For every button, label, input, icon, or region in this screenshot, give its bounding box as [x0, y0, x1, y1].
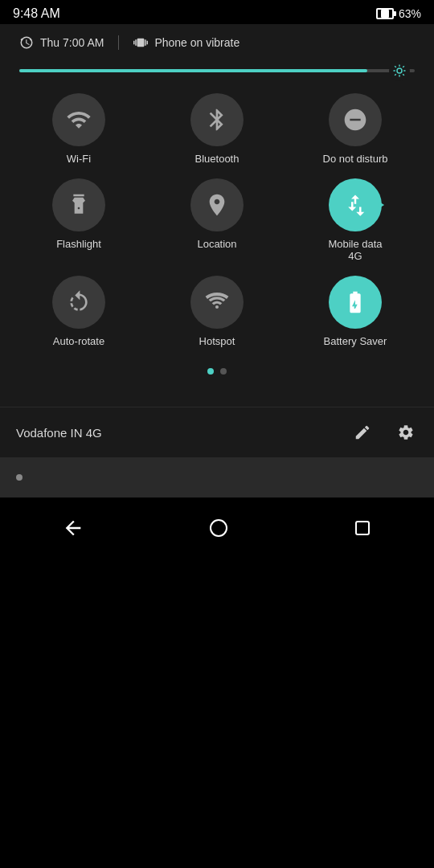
- tile-icon-wifi: [52, 93, 105, 146]
- tile-label-auto-rotate: Auto-rotate: [53, 335, 104, 348]
- vibrate-icon: [133, 35, 148, 50]
- tile-icon-flashlight: [52, 178, 105, 231]
- tile-auto-rotate[interactable]: Auto-rotate: [16, 276, 141, 348]
- vibrate-label: Phone on vibrate: [154, 36, 240, 49]
- battery-percent: 63%: [399, 7, 421, 20]
- tile-icon-hotspot: [190, 276, 244, 329]
- alarm-section[interactable]: Thu 7:00 AM: [19, 35, 104, 50]
- tile-label-dnd: Do not disturb: [323, 153, 388, 166]
- svg-point-0: [397, 68, 402, 73]
- brightness-thumb: [389, 60, 410, 81]
- tile-wifi[interactable]: Wi-Fi: [16, 93, 141, 166]
- tile-icon-mobile-data: [329, 178, 382, 231]
- page-dot-2[interactable]: [220, 368, 227, 375]
- status-bar: 9:48 AM 63%: [0, 0, 434, 24]
- settings-button[interactable]: [394, 420, 418, 444]
- tile-label-mobile-data: Mobile data 4G: [328, 238, 382, 263]
- notification-area[interactable]: [0, 457, 434, 497]
- page-dot-1[interactable]: [207, 368, 214, 375]
- svg-line-7: [403, 66, 404, 68]
- hotspot-icon-v2: [204, 289, 230, 315]
- alarm-time: Thu 7:00 AM: [40, 36, 104, 49]
- tile-label-bluetooth: Bluetooth: [195, 153, 240, 166]
- bottom-bar: Vodafone IN 4G: [0, 407, 434, 457]
- home-button[interactable]: [209, 518, 228, 538]
- dnd-icon: [342, 107, 368, 133]
- tile-dnd[interactable]: Do not disturb: [293, 93, 418, 166]
- brightness-fill: [19, 69, 367, 72]
- page-dots: [16, 355, 418, 391]
- vibrate-section[interactable]: Phone on vibrate: [133, 35, 240, 50]
- notification-dot: [16, 474, 23, 481]
- nav-bar: [0, 497, 434, 555]
- tile-mobile-data[interactable]: Mobile data 4G: [293, 178, 418, 263]
- battery-icon: [376, 8, 394, 19]
- location-icon: [204, 192, 230, 218]
- status-right: 63%: [376, 7, 421, 20]
- brightness-track: [19, 69, 415, 72]
- tile-flashlight[interactable]: Flashlight: [16, 178, 141, 263]
- recents-button[interactable]: [353, 518, 372, 538]
- recents-icon: [353, 518, 372, 538]
- qs-top-bar: Thu 7:00 AM Phone on vibrate: [16, 24, 418, 58]
- tile-icon-dnd: [329, 93, 382, 146]
- tile-label-flashlight: Flashlight: [56, 238, 101, 251]
- back-icon: [62, 517, 84, 539]
- wifi-icon: [66, 107, 92, 133]
- quick-settings-panel: Thu 7:00 AM Phone on vibrate: [0, 24, 434, 407]
- tile-label-wifi: Wi-Fi: [67, 153, 91, 166]
- separator: [118, 35, 119, 50]
- brightness-row[interactable]: [16, 58, 418, 93]
- mobile-data-arrows: [343, 193, 367, 217]
- brightness-slider[interactable]: [19, 63, 415, 79]
- network-label: Vodafone IN 4G: [16, 426, 102, 440]
- edit-icon: [354, 424, 371, 441]
- home-icon: [209, 518, 228, 538]
- svg-line-6: [403, 74, 404, 76]
- tile-icon-auto-rotate: [52, 276, 105, 329]
- flashlight-icon: [66, 192, 92, 218]
- tile-bluetooth[interactable]: Bluetooth: [154, 93, 280, 166]
- tile-icon-location: [190, 178, 244, 231]
- tile-label-location: Location: [197, 238, 236, 251]
- tile-location[interactable]: Location: [154, 178, 280, 263]
- svg-line-5: [395, 66, 396, 68]
- sun-icon: [392, 63, 407, 78]
- tile-hotspot[interactable]: Hotspot: [154, 276, 280, 348]
- edit-button[interactable]: [350, 420, 375, 444]
- qs-grid: Wi-Fi Bluetooth Do not disturb: [16, 93, 418, 355]
- tile-label-battery-saver: Battery Saver: [324, 335, 387, 348]
- tile-label-hotspot: Hotspot: [199, 335, 235, 348]
- svg-line-8: [395, 74, 396, 76]
- back-button[interactable]: [62, 517, 84, 539]
- tile-battery-saver[interactable]: Battery Saver: [293, 276, 418, 348]
- svg-point-9: [211, 520, 227, 536]
- auto-rotate-icon: [66, 289, 92, 315]
- status-time: 9:48 AM: [13, 6, 60, 21]
- bottom-actions: [350, 420, 418, 444]
- bluetooth-icon: [204, 107, 230, 133]
- battery-saver-icon: [342, 289, 368, 315]
- alarm-icon: [19, 35, 34, 50]
- tile-icon-bluetooth: [190, 93, 244, 146]
- settings-icon: [397, 424, 415, 441]
- svg-rect-10: [356, 522, 369, 534]
- tile-icon-battery-saver: [329, 276, 382, 329]
